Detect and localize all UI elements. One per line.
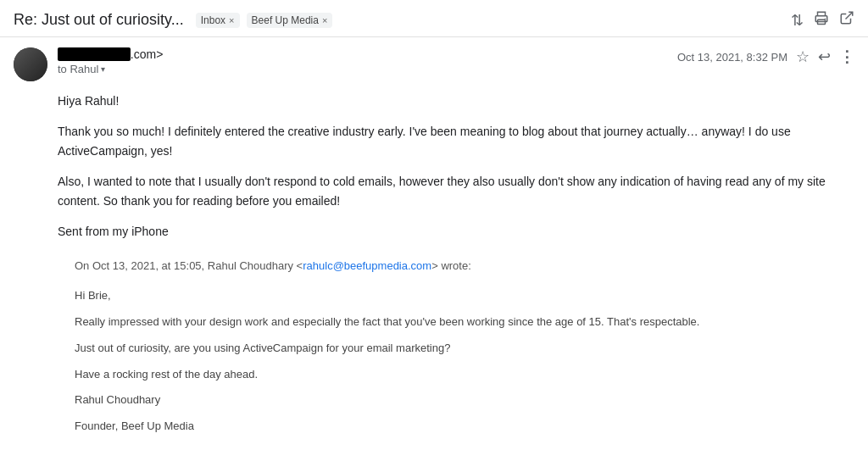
quoted-paragraph-3: Have a rocking rest of the day ahead. [75, 366, 854, 384]
reply-icon[interactable]: ↩ [818, 47, 831, 66]
beef-up-media-tag-close[interactable]: × [322, 15, 327, 25]
header-toolbar: ⇅ [791, 10, 854, 30]
star-icon[interactable]: ☆ [796, 47, 810, 66]
message-wrapper: .com> to Rahul ▾ Oct 13, 2021, 8:32 PM ☆… [0, 37, 868, 450]
avatar [14, 47, 47, 81]
sender-info: .com> to Rahul ▾ [58, 47, 677, 75]
email-header: Re: Just out of curiosity... Inbox × Bee… [0, 0, 868, 37]
inbox-tag-close[interactable]: × [229, 15, 234, 25]
sender-name-row: .com> [58, 47, 677, 61]
sender-email: .com> [58, 47, 163, 61]
quoted-paragraph-2: Just out of curiosity, are you using Act… [75, 340, 854, 358]
svg-point-2 [825, 18, 826, 19]
inbox-tag[interactable]: Inbox × [196, 13, 240, 28]
to-rahul[interactable]: to Rahul ▾ [58, 63, 677, 75]
print-icon[interactable] [814, 10, 829, 30]
meta-row: Oct 13, 2021, 8:32 PM ☆ ↩ ⋮ [677, 47, 854, 66]
sender-row: .com> to Rahul ▾ Oct 13, 2021, 8:32 PM ☆… [14, 47, 854, 81]
quoted-paragraph-4: Rahul Choudhary [75, 392, 854, 409]
body-paragraph-1: Thank you so much! I definitely entered … [58, 122, 854, 160]
message-date: Oct 13, 2021, 8:32 PM [677, 51, 787, 64]
body-paragraph-2: Also, I wanted to note that I usually do… [58, 172, 854, 210]
quoted-header: On Oct 13, 2021, at 15:05, Rahul Choudha… [75, 258, 854, 275]
email-container: Re: Just out of curiosity... Inbox × Bee… [0, 0, 868, 450]
quoted-block: On Oct 13, 2021, at 15:05, Rahul Choudha… [58, 258, 854, 436]
open-external-icon[interactable] [839, 10, 854, 30]
quoted-email-link[interactable]: rahulc@beefupmedia.com [303, 259, 431, 272]
message-body: Hiya Rahul! Thank you so much! I definit… [14, 92, 854, 436]
email-subject: Re: Just out of curiosity... [14, 11, 184, 29]
quoted-paragraph-0: Hi Brie, [75, 287, 854, 305]
sender-top-row: .com> to Rahul ▾ Oct 13, 2021, 8:32 PM ☆… [58, 47, 854, 75]
more-options-icon[interactable]: ⋮ [839, 47, 854, 66]
beef-up-media-tag-label: Beef Up Media [252, 14, 319, 26]
quoted-paragraph-1: Really impressed with your design work a… [75, 314, 854, 331]
beef-up-media-tag[interactable]: Beef Up Media × [247, 13, 333, 28]
greeting: Hiya Rahul! [58, 92, 854, 110]
to-rahul-chevron-icon[interactable]: ▾ [101, 64, 105, 74]
inbox-tag-label: Inbox [201, 14, 225, 26]
svg-line-3 [846, 12, 853, 19]
body-paragraph-3: Sent from my iPhone [58, 222, 854, 241]
quoted-paragraph-5: Founder, Beef Up Media [75, 418, 854, 436]
up-down-arrows-icon[interactable]: ⇅ [791, 11, 804, 30]
message-action-icons: ☆ ↩ ⋮ [796, 47, 854, 66]
